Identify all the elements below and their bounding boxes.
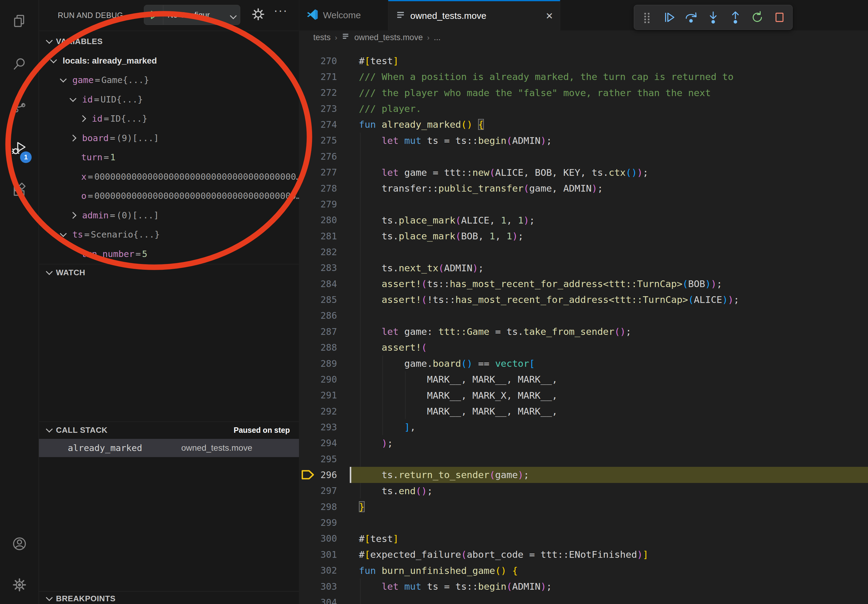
- gutter-line-291[interactable]: 291: [299, 387, 350, 403]
- gutter-line-280[interactable]: 280: [299, 212, 350, 228]
- debug-settings-gear-icon[interactable]: [251, 7, 265, 23]
- code-line-270[interactable]: #[test]: [350, 53, 868, 69]
- code-line-280[interactable]: ts.place_mark(ALICE, 1, 1);: [350, 212, 868, 228]
- code-line-304[interactable]: [350, 594, 868, 604]
- gutter-line-275[interactable]: 275: [299, 133, 350, 149]
- gutter-line-286[interactable]: 286: [299, 308, 350, 324]
- variable-row[interactable]: board = (9)[...]: [39, 129, 299, 148]
- breadcrumb-folder[interactable]: tests: [313, 33, 330, 42]
- gutter-line-282[interactable]: 282: [299, 244, 350, 260]
- code-lines[interactable]: #[test]/// When a position is already ma…: [350, 53, 868, 604]
- variable-row[interactable]: o = 000000000000000000000000000000000000…: [39, 186, 299, 206]
- gutter-line-277[interactable]: 277: [299, 164, 350, 180]
- tab-owned-tests-move[interactable]: owned_tests.move ✕: [388, 0, 560, 30]
- code-line-290[interactable]: MARK__, MARK__, MARK__,: [350, 371, 868, 387]
- step-into-button[interactable]: [705, 8, 722, 26]
- breadcrumb-symbol[interactable]: ...: [434, 33, 441, 42]
- gutter-line-279[interactable]: 279: [299, 196, 350, 212]
- variable-row[interactable]: ts = Scenario{...}: [39, 225, 299, 245]
- gutter-line-287[interactable]: 287: [299, 324, 350, 339]
- code-line-284[interactable]: assert!(ts::has_most_recent_for_address<…: [350, 276, 868, 292]
- code-line-301[interactable]: #[expected_failure(abort_code = ttt::ENo…: [350, 547, 868, 562]
- more-actions-icon[interactable]: ···: [274, 4, 288, 17]
- code-line-285[interactable]: assert!(!ts::has_most_recent_for_address…: [350, 292, 868, 307]
- gutter-line-274[interactable]: 274: [299, 116, 350, 132]
- step-over-button[interactable]: [682, 8, 700, 26]
- code-line-291[interactable]: MARK__, MARK_X, MARK__,: [350, 387, 868, 403]
- call-stack-frame[interactable]: already_marked owned_tests.move: [39, 439, 299, 457]
- code-line-288[interactable]: assert!(: [350, 339, 868, 355]
- code-editor[interactable]: 2702712722732742752762772782792802812822…: [299, 45, 868, 604]
- code-line-297[interactable]: ts.end();: [350, 483, 868, 499]
- call-stack-section-header[interactable]: CALL STACK Paused on step: [39, 422, 299, 438]
- gutter-line-283[interactable]: 283: [299, 260, 350, 276]
- settings-gear-icon[interactable]: [12, 577, 27, 592]
- variable-row[interactable]: id = ID{...}: [39, 109, 299, 129]
- code-line-271[interactable]: /// When a position is already marked, t…: [350, 69, 868, 85]
- gutter-line-276[interactable]: 276: [299, 149, 350, 164]
- variable-row[interactable]: id = UID{...}: [39, 90, 299, 109]
- variable-row[interactable]: locals: already_marked: [39, 51, 299, 71]
- variables-section-header[interactable]: VARIABLES: [39, 32, 299, 51]
- code-line-293[interactable]: ],: [350, 419, 868, 435]
- gutter-line-285[interactable]: 285: [299, 292, 350, 307]
- gutter-line-289[interactable]: 289: [299, 356, 350, 371]
- drag-handle-icon[interactable]: [639, 8, 656, 26]
- gutter-line-278[interactable]: 278: [299, 180, 350, 196]
- code-line-277[interactable]: let game = ttt::new(ALICE, BOB, KEY, ts.…: [350, 164, 868, 180]
- code-line-302[interactable]: fun burn_unfinished_game() {: [350, 563, 868, 578]
- variable-row[interactable]: game = Game{...}: [39, 71, 299, 90]
- gutter-line-284[interactable]: 284: [299, 276, 350, 292]
- code-line-282[interactable]: [350, 244, 868, 260]
- source-control-icon[interactable]: [12, 98, 27, 113]
- code-line-294[interactable]: );: [350, 435, 868, 451]
- stop-button[interactable]: [771, 8, 788, 26]
- code-line-289[interactable]: game.board() == vector[: [350, 356, 868, 371]
- code-line-286[interactable]: [350, 308, 868, 324]
- code-line-279[interactable]: [350, 196, 868, 212]
- gutter-line-304[interactable]: 304: [299, 594, 350, 604]
- code-line-281[interactable]: ts.place_mark(BOB, 1, 1);: [350, 228, 868, 244]
- continue-button[interactable]: [660, 8, 678, 26]
- gutter-line-292[interactable]: 292: [299, 403, 350, 419]
- gutter-line-297[interactable]: 297: [299, 483, 350, 499]
- breakpoints-section-header[interactable]: BREAKPOINTS: [39, 592, 299, 604]
- extensions-icon[interactable]: [12, 183, 27, 198]
- gutter-line-271[interactable]: 271: [299, 69, 350, 85]
- restart-button[interactable]: [749, 8, 766, 26]
- tab-welcome[interactable]: Welcome: [299, 0, 388, 30]
- gutter-line-300[interactable]: 300: [299, 531, 350, 547]
- gutter-line-299[interactable]: 299: [299, 514, 350, 530]
- code-line-283[interactable]: ts.next_tx(ADMIN);: [350, 260, 868, 276]
- code-line-272[interactable]: /// the player who made the "false" move…: [350, 85, 868, 101]
- code-line-296[interactable]: ts.return_to_sender(game);: [350, 467, 868, 483]
- code-line-274[interactable]: fun already_marked() {: [350, 116, 868, 132]
- gutter-line-293[interactable]: 293: [299, 419, 350, 435]
- variable-row[interactable]: admin = (0)[...]: [39, 206, 299, 225]
- code-line-300[interactable]: #[test]: [350, 531, 868, 547]
- gutter-line-288[interactable]: 288: [299, 339, 350, 355]
- gutter-line-298[interactable]: 298: [299, 499, 350, 514]
- close-icon[interactable]: ✕: [546, 11, 553, 21]
- gutter-line-272[interactable]: 272: [299, 85, 350, 101]
- code-line-295[interactable]: [350, 451, 868, 467]
- variable-row[interactable]: txn_number = 5: [39, 244, 299, 264]
- code-line-278[interactable]: transfer::public_transfer(game, ADMIN);: [350, 180, 868, 196]
- code-line-299[interactable]: [350, 514, 868, 530]
- code-line-298[interactable]: }: [350, 499, 868, 514]
- gutter-line-301[interactable]: 301: [299, 547, 350, 562]
- gutter-line-302[interactable]: 302: [299, 563, 350, 578]
- watch-section-header[interactable]: WATCH: [39, 265, 299, 280]
- editor-gutter[interactable]: 2702712722732742752762772782792802812822…: [299, 53, 350, 604]
- code-line-303[interactable]: let mut ts = ts::begin(ADMIN);: [350, 578, 868, 594]
- code-line-287[interactable]: let game: ttt::Game = ts.take_from_sende…: [350, 324, 868, 339]
- gutter-line-281[interactable]: 281: [299, 228, 350, 244]
- code-line-275[interactable]: let mut ts = ts::begin(ADMIN);: [350, 133, 868, 149]
- gutter-line-290[interactable]: 290: [299, 371, 350, 387]
- code-line-273[interactable]: /// player.: [350, 101, 868, 116]
- code-line-276[interactable]: [350, 149, 868, 164]
- account-icon[interactable]: [12, 536, 27, 551]
- gutter-line-294[interactable]: 294: [299, 435, 350, 451]
- debug-config-dropdown[interactable]: No Configur: [144, 5, 240, 25]
- gutter-line-270[interactable]: 270: [299, 53, 350, 69]
